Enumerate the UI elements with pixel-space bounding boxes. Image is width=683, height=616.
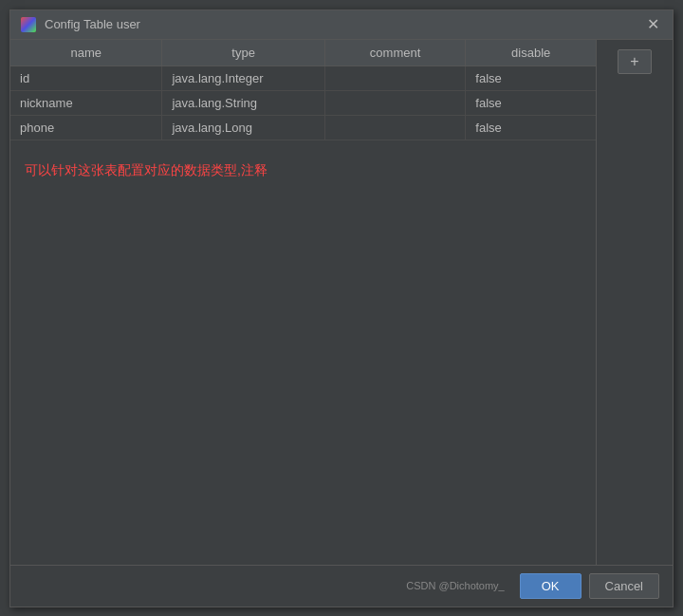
watermark-text: CSDN @Dichotomy_: [406, 580, 504, 591]
table-row[interactable]: phonejava.lang.Longfalse: [10, 115, 596, 140]
table-header-row: name type comment disable: [10, 40, 596, 66]
dialog-title: Config Table user: [45, 17, 643, 31]
cell-name: phone: [10, 115, 162, 140]
content-area: name type comment disable idjava.lang.In…: [10, 40, 673, 565]
cell-name: nickname: [10, 90, 162, 115]
bottom-bar: CSDN @Dichotomy_ OK Cancel: [10, 565, 673, 607]
config-table-dialog: Config Table user ✕ name type comment di…: [9, 9, 674, 607]
cell-comment: [324, 90, 466, 115]
cell-comment: [324, 65, 466, 90]
right-panel: +: [597, 40, 673, 565]
table-row[interactable]: idjava.lang.Integerfalse: [10, 65, 596, 90]
close-button[interactable]: ✕: [643, 17, 663, 32]
app-icon: [20, 16, 37, 33]
cell-name: id: [10, 65, 162, 90]
col-header-name: name: [10, 40, 162, 66]
title-bar: Config Table user ✕: [10, 10, 673, 40]
ok-button[interactable]: OK: [520, 573, 581, 599]
col-header-comment: comment: [324, 40, 466, 66]
cell-type: java.lang.String: [162, 90, 324, 115]
annotation-text: 可以针对这张表配置对应的数据类型,注释: [10, 140, 596, 199]
cell-type: java.lang.Long: [162, 115, 324, 140]
add-row-button[interactable]: +: [618, 49, 652, 74]
cell-disable: false: [466, 90, 596, 115]
col-header-disable: disable: [466, 40, 596, 66]
cancel-button[interactable]: Cancel: [589, 573, 659, 599]
cell-comment: [324, 115, 466, 140]
cell-type: java.lang.Integer: [162, 65, 324, 90]
cell-disable: false: [466, 65, 596, 90]
table-row[interactable]: nicknamejava.lang.Stringfalse: [10, 90, 596, 115]
config-table: name type comment disable idjava.lang.In…: [10, 40, 596, 140]
table-section: name type comment disable idjava.lang.In…: [10, 40, 597, 565]
col-header-type: type: [162, 40, 324, 66]
cell-disable: false: [466, 115, 596, 140]
